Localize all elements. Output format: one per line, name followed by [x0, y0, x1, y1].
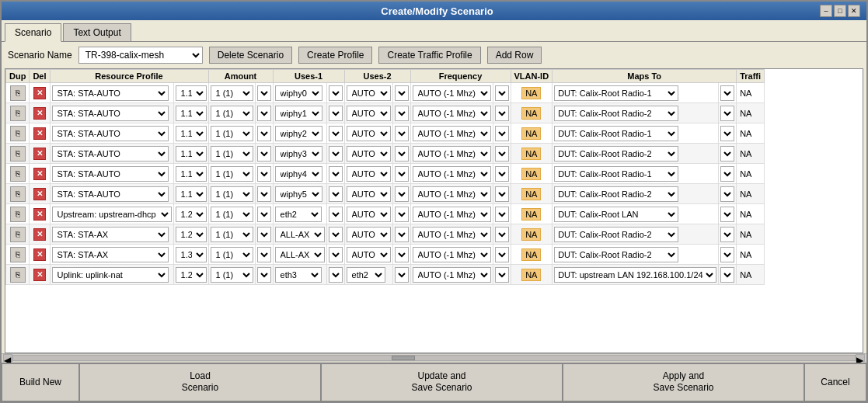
dup-icon[interactable]: ⎘ [10, 126, 26, 141]
frequency-arrow[interactable] [495, 247, 509, 262]
frequency-select[interactable]: AUTO (-1 Mhz) [413, 146, 491, 162]
resource-profile-select[interactable]: STA: STA-AX [52, 227, 169, 242]
maps-to-select[interactable]: DUT: Calix-Root Radio-1 [554, 85, 678, 101]
delete-icon[interactable]: ✕ [33, 188, 46, 200]
delete-icon[interactable]: ✕ [33, 87, 46, 99]
maps-to-arrow[interactable] [720, 186, 734, 202]
amount-select[interactable]: 1 (1) [211, 106, 253, 121]
amount-select[interactable]: 1 (1) [211, 227, 253, 242]
resource-profile-select[interactable]: STA: STA-AUTO [52, 146, 169, 162]
maps-to-select[interactable]: DUT: Calix-Root Radio-1 [554, 126, 678, 141]
tab-text-output[interactable]: Text Output [63, 23, 131, 41]
maps-to-select[interactable]: DUT: upstream LAN 192.168.100.1/24 [554, 267, 716, 283]
uses1-arrow[interactable] [329, 227, 343, 242]
frequency-arrow[interactable] [495, 166, 509, 182]
uses2-arrow[interactable] [395, 227, 409, 242]
uses2-arrow[interactable] [395, 85, 409, 101]
dup-icon[interactable]: ⎘ [10, 106, 26, 121]
close-button[interactable]: ✕ [848, 5, 860, 17]
uses2-arrow[interactable] [395, 207, 409, 222]
version-select[interactable]: 1.1 [176, 186, 207, 202]
uses1-select[interactable]: ALL-AX [275, 247, 325, 262]
maps-to-select[interactable]: DUT: Calix-Root Radio-2 [554, 186, 678, 202]
uses1-arrow[interactable] [329, 247, 343, 262]
amount-select[interactable]: 1 (1) [211, 267, 253, 283]
uses1-select[interactable]: wiphy5 [275, 186, 322, 202]
amount-select[interactable]: 1 (1) [211, 186, 253, 202]
delete-icon[interactable]: ✕ [33, 168, 46, 180]
uses2-arrow[interactable] [395, 186, 409, 202]
scroll-thumb[interactable] [392, 356, 415, 360]
maps-to-arrow[interactable] [720, 166, 734, 182]
resource-profile-select[interactable]: STA: STA-AUTO [52, 106, 169, 121]
uses2-arrow[interactable] [395, 247, 409, 262]
frequency-arrow[interactable] [495, 207, 509, 222]
frequency-arrow[interactable] [495, 146, 509, 162]
maps-to-arrow[interactable] [720, 126, 734, 141]
resource-profile-select[interactable]: STA: STA-AUTO [52, 85, 169, 101]
uses2-arrow[interactable] [395, 106, 409, 121]
uses1-select[interactable]: wiphy0 [275, 85, 322, 101]
uses2-select[interactable]: AUTO [347, 247, 391, 262]
scroll-left-btn[interactable]: ◀ [3, 354, 12, 362]
amount-arrow[interactable] [257, 85, 271, 101]
uses1-arrow[interactable] [329, 207, 343, 222]
uses1-select[interactable]: wiphy2 [275, 126, 322, 141]
amount-arrow[interactable] [257, 227, 271, 242]
version-select[interactable]: 1.1 [176, 85, 207, 101]
dup-icon[interactable]: ⎘ [10, 247, 26, 262]
frequency-select[interactable]: AUTO (-1 Mhz) [413, 166, 491, 182]
delete-icon[interactable]: ✕ [33, 107, 46, 120]
uses1-arrow[interactable] [329, 106, 343, 121]
version-select[interactable]: 1.3 [176, 247, 207, 262]
scenario-name-select[interactable]: TR-398-calix-mesh [78, 47, 203, 64]
amount-arrow[interactable] [257, 207, 271, 222]
resource-profile-select[interactable]: Uplink: uplink-nat [52, 267, 169, 283]
maps-to-arrow[interactable] [720, 207, 734, 222]
frequency-select[interactable]: AUTO (-1 Mhz) [413, 207, 491, 222]
amount-arrow[interactable] [257, 247, 271, 262]
frequency-arrow[interactable] [495, 186, 509, 202]
frequency-select[interactable]: AUTO (-1 Mhz) [413, 247, 491, 262]
uses2-arrow[interactable] [395, 166, 409, 182]
delete-icon[interactable]: ✕ [33, 228, 46, 241]
uses1-arrow[interactable] [329, 267, 343, 283]
maps-to-arrow[interactable] [720, 247, 734, 262]
amount-select[interactable]: 1 (1) [211, 146, 253, 162]
maps-to-arrow[interactable] [720, 267, 734, 283]
uses2-arrow[interactable] [395, 146, 409, 162]
amount-arrow[interactable] [257, 267, 271, 283]
maps-to-arrow[interactable] [720, 85, 734, 101]
amount-select[interactable]: 1 (1) [211, 247, 253, 262]
tab-scenario[interactable]: Scenario [5, 23, 61, 42]
minimize-button[interactable]: – [820, 5, 832, 17]
uses1-arrow[interactable] [329, 85, 343, 101]
uses2-select[interactable]: AUTO [347, 227, 391, 242]
maps-to-select[interactable]: DUT: Calix-Root Radio-2 [554, 227, 678, 242]
resource-profile-select[interactable]: Upstream: upstream-dhcp [52, 207, 172, 222]
maps-to-select[interactable]: DUT: Calix-Root Radio-1 [554, 166, 678, 182]
maps-to-select[interactable]: DUT: Calix-Root Radio-2 [554, 247, 678, 262]
dup-icon[interactable]: ⎘ [10, 186, 26, 202]
update-save-scenario-button[interactable]: Update and Save Scenario [321, 363, 563, 401]
maps-to-select[interactable]: DUT: Calix-Root Radio-2 [554, 146, 678, 162]
uses2-select[interactable]: AUTO [347, 207, 391, 222]
delete-icon[interactable]: ✕ [33, 127, 46, 140]
uses2-select[interactable]: AUTO [347, 186, 391, 202]
frequency-arrow[interactable] [495, 267, 509, 283]
uses1-select[interactable]: eth2 [275, 207, 322, 222]
amount-select[interactable]: 1 (1) [211, 166, 253, 182]
frequency-arrow[interactable] [495, 106, 509, 121]
maps-to-arrow[interactable] [720, 227, 734, 242]
uses2-select[interactable]: eth2 [347, 267, 385, 283]
amount-arrow[interactable] [257, 186, 271, 202]
build-new-button[interactable]: Build New [2, 363, 79, 401]
frequency-select[interactable]: AUTO (-1 Mhz) [413, 267, 491, 283]
uses1-arrow[interactable] [329, 186, 343, 202]
version-select[interactable]: 1.1 [176, 146, 207, 162]
uses2-select[interactable]: AUTO [347, 126, 391, 141]
frequency-arrow[interactable] [495, 85, 509, 101]
frequency-select[interactable]: AUTO (-1 Mhz) [413, 126, 491, 141]
maps-to-select[interactable]: DUT: Calix-Root LAN [554, 207, 678, 222]
uses1-select[interactable]: wiphy4 [275, 166, 322, 182]
